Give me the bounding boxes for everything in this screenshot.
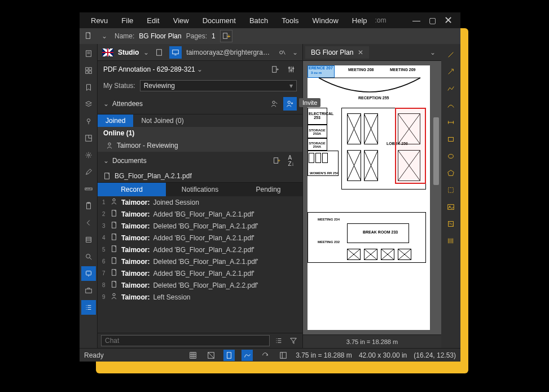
ruler-icon[interactable] [81,182,96,196]
document-icon[interactable] [83,30,94,42]
menu-tools[interactable]: Tools [276,15,304,27]
menu-view[interactable]: View [168,15,195,27]
status-row: My Status: Reviewing ▾ [98,78,302,94]
grid-toggle-icon[interactable] [187,350,199,361]
image-tool[interactable] [443,200,458,214]
curve-tool[interactable] [443,98,458,113]
floorplan-icon[interactable] [81,131,96,146]
search-icon[interactable] [81,249,96,264]
file-icon[interactable] [81,46,96,61]
window-close[interactable]: ✕ [441,14,455,27]
floorplan-view[interactable]: ERENCE 207 3 cu m MEETING 208 MEETING 20… [308,65,430,330]
activity-row[interactable]: 5Taimoor: Added 'BG_Floor_Plan_A.2.2.pdf… [98,244,302,256]
tab-not-joined[interactable]: Not Joined (0) [133,114,191,127]
list-view-icon[interactable] [273,335,284,346]
clipboard-icon[interactable] [81,199,96,213]
activity-user: Taimoor: [121,234,150,242]
activity-row[interactable]: 9Taimoor: Left Session [98,291,302,303]
close-tab-icon[interactable]: ✕ [358,49,363,56]
session-name[interactable]: PDF Annotation - 629-289-321 ⌄ [103,65,265,73]
bookmark-icon[interactable] [81,80,96,95]
doc-canvas[interactable]: ERENCE 207 3 cu m MEETING 208 MEETING 20… [303,61,441,334]
activity-number: 4 [102,235,107,241]
sync-icon[interactable] [260,350,271,361]
arrow-tool[interactable] [443,64,458,79]
dimension-tool[interactable] [443,115,458,130]
document-item[interactable]: BG_Floor_Plan_A.2.1.pdf [98,170,302,182]
menu-batch[interactable]: Batch [244,15,274,27]
rect-tool[interactable] [443,132,458,147]
activity-text: Joined Session [153,199,199,206]
grid-icon[interactable] [81,63,96,78]
doc-tab[interactable]: BG Floor Plan ✕ [305,46,369,59]
new-page-button[interactable]: + [220,30,232,42]
polygon-tool[interactable] [443,166,458,180]
activity-row[interactable]: 8Taimoor: Deleted 'BG_Floor_Plan_A.2.2.p… [98,279,302,291]
activity-row[interactable]: 4Taimoor: Added 'BG_Floor_Plan_A.2.1.pdf… [98,232,302,244]
leave-session-icon[interactable] [270,64,281,75]
activity-row[interactable]: 2Taimoor: Added 'BG_Floor_Plan_A.2.1.pdf… [98,208,302,220]
studio-dropdown[interactable]: ⌄ [143,49,149,56]
ellipse-tool[interactable] [443,149,458,164]
svg-rect-34 [173,50,179,54]
layout-icon[interactable] [278,350,289,361]
menu-revu[interactable]: Revu [85,15,113,27]
invite-button[interactable]: Invite [283,97,297,111]
monitor-icon[interactable] [169,46,182,59]
status-select[interactable]: Reviewing ▾ [140,80,297,91]
window-minimize[interactable]: — [410,14,423,27]
pin-icon[interactable] [81,114,96,129]
attendee-row[interactable]: Taimoor - Reviewing [98,139,302,152]
markup-icon[interactable] [241,350,253,361]
name-value: BG Floor Plan [139,32,181,40]
sort-icon[interactable]: AZ↓ [286,155,297,166]
briefcase-icon[interactable] [81,283,96,298]
filter-icon[interactable] [288,335,299,346]
add-document-icon[interactable]: + [271,155,282,166]
list-icon[interactable] [81,300,96,315]
chat-input[interactable] [101,335,270,346]
document-icon[interactable] [153,47,165,58]
menu-window[interactable]: Window [307,15,344,27]
pen-icon[interactable] [81,165,96,179]
menu-help[interactable]: Help [346,15,373,27]
chevron-down-icon[interactable]: ⌄ [292,49,298,56]
tab-pending[interactable]: Pending [234,183,302,196]
tab-record[interactable]: Record [98,183,166,196]
menu-document[interactable]: Document [197,15,241,27]
activity-row[interactable]: 6Taimoor: Deleted 'BG_Floor_Plan_A.2.1.p… [98,256,302,267]
svg-line-89 [449,70,453,74]
area-tool[interactable] [443,217,458,231]
dimensions-readout: 42.00 x 30.00 in [359,351,407,359]
activity-row[interactable]: 3Taimoor: Deleted 'BG_Floor_Plan_A.2.1.p… [98,220,302,232]
line-tool[interactable] [443,47,458,62]
svg-rect-112 [227,352,231,358]
polyline-tool[interactable] [443,81,458,96]
book-icon[interactable] [81,232,96,247]
window-maximize[interactable]: ▢ [425,14,439,27]
menu-file[interactable]: File [116,15,139,27]
deny-user-icon[interactable] [269,98,280,109]
document-dropdown[interactable]: ⌄ [99,30,110,42]
page-icon[interactable] [223,350,235,361]
attendees-header[interactable]: ⌄ Attendees Invite [98,94,302,114]
vertical-scrollbar[interactable] [433,83,439,312]
menu-edit[interactable]: Edit [141,15,165,27]
layers-icon[interactable] [81,97,96,112]
count-tool[interactable] [443,234,458,248]
tab-notifications[interactable]: Notifications [166,183,234,196]
tab-dropdown[interactable]: ⌄ [427,49,439,56]
back-icon[interactable] [81,215,96,230]
snap-icon[interactable] [205,350,217,361]
activity-row[interactable]: 1Taimoor: Joined Session [98,196,302,208]
studio-icon[interactable] [81,266,96,281]
disconnect-icon[interactable] [276,47,288,58]
activity-row[interactable]: 7Taimoor: Added 'BG_Floor_Plan_A.2.1.pdf… [98,267,302,279]
crop-tool[interactable] [443,183,458,197]
settings-icon[interactable] [286,64,297,75]
gear-icon[interactable] [81,148,96,162]
tab-joined[interactable]: Joined [98,114,133,127]
svg-rect-93 [449,138,454,142]
studio-header: Studio ⌄ taimoorayaz@brightergraphics.co… [98,44,302,61]
documents-header[interactable]: ⌄ Documents + AZ↓ [98,152,302,170]
